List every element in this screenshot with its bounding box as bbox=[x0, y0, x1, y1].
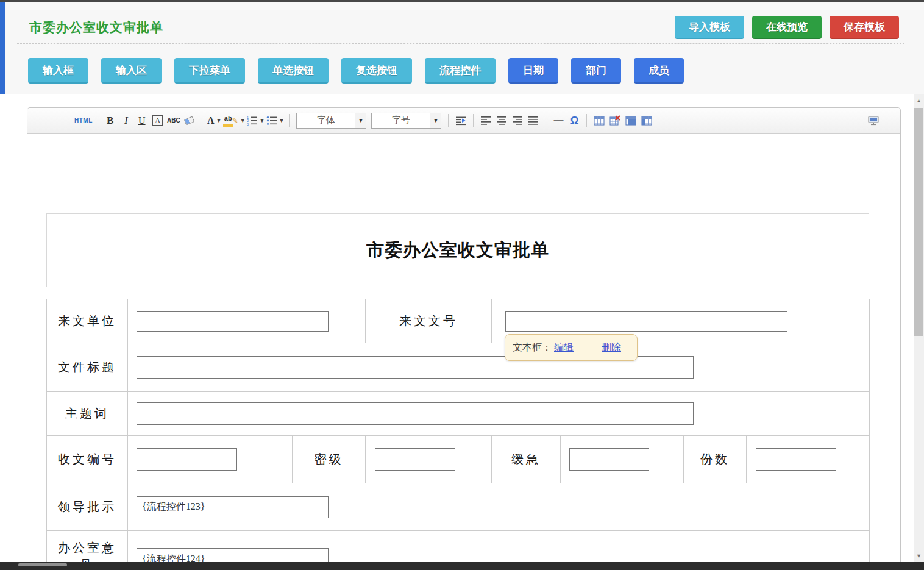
receipt-number-field[interactable] bbox=[137, 448, 237, 471]
label-secrecy: 密级 bbox=[293, 436, 366, 483]
rich-text-editor: HTML B I U A ABC A▼ ab✎▼ 1 2 3 ▼ bbox=[27, 107, 901, 570]
cell-properties-icon[interactable] bbox=[624, 113, 638, 129]
label-incoming-unit: 来文单位 bbox=[47, 299, 128, 343]
widget-tooltip: 文本框： 编辑 删除 bbox=[505, 334, 638, 361]
secrecy-field[interactable] bbox=[375, 448, 455, 471]
font-family-select[interactable]: 字体▼ bbox=[296, 113, 366, 129]
label-subject-words: 主题词 bbox=[47, 392, 128, 436]
page: 市委办公室收文审批单 导入模板 在线预览 保存模板 输入框 输入区 下拉菜单 单… bbox=[0, 0, 924, 570]
table-row: 来文单位 来文文号 bbox=[47, 299, 870, 343]
html-source-icon[interactable]: HTML bbox=[74, 113, 93, 129]
highlight-color-icon[interactable]: ab✎▼ bbox=[223, 113, 246, 129]
widget-department-button[interactable]: 部门 bbox=[571, 58, 621, 84]
online-preview-button[interactable]: 在线预览 bbox=[752, 16, 822, 39]
tooltip-label: 文本框： bbox=[513, 341, 552, 354]
widget-date-button[interactable]: 日期 bbox=[508, 58, 558, 84]
window-bottom-edge bbox=[0, 562, 924, 570]
chevron-down-icon: ▼ bbox=[430, 113, 441, 128]
strikethrough-icon[interactable]: ABC bbox=[166, 113, 181, 129]
table-row: 领导批示 bbox=[47, 483, 870, 531]
tooltip-delete-link[interactable]: 删除 bbox=[602, 341, 621, 354]
form-title: 市委办公室收文审批单 bbox=[366, 238, 549, 263]
ordered-list-icon[interactable]: 1 2 3 ▼ bbox=[247, 113, 265, 129]
leader-comments-field[interactable] bbox=[137, 496, 329, 518]
insert-table-icon[interactable] bbox=[592, 113, 606, 129]
toolbar-separator bbox=[202, 114, 202, 127]
justify-icon[interactable] bbox=[526, 113, 541, 129]
toolbar-separator bbox=[586, 114, 587, 127]
widget-toolbar: 输入框 输入区 下拉菜单 单选按钮 复选按钮 流程控件 日期 部门 成员 bbox=[28, 58, 684, 84]
editor-document[interactable]: 市委办公室收文审批单 来文单位 来文文号 文件标题 主 bbox=[27, 134, 900, 570]
bottom-bar-segment bbox=[18, 563, 67, 566]
copies-field[interactable] bbox=[756, 448, 836, 471]
bold-icon[interactable]: B bbox=[103, 113, 118, 129]
table-properties-icon[interactable] bbox=[639, 113, 654, 129]
toolbar-separator bbox=[98, 114, 98, 127]
incoming-number-field[interactable] bbox=[505, 311, 787, 332]
approval-form-table: 来文单位 来文文号 文件标题 主题词 收文编号 密级 bbox=[46, 299, 870, 570]
table-row: 文件标题 bbox=[47, 343, 870, 392]
italic-icon[interactable]: I bbox=[119, 113, 133, 129]
svg-text:3: 3 bbox=[247, 122, 249, 126]
toolbar-separator bbox=[546, 114, 546, 127]
unordered-list-icon[interactable]: ▼ bbox=[266, 113, 285, 129]
delete-table-icon[interactable] bbox=[608, 113, 622, 129]
vertical-scrollbar[interactable]: ▲ ▼ bbox=[914, 94, 924, 562]
scrollbar-thumb[interactable] bbox=[914, 108, 923, 336]
widget-member-button[interactable]: 成员 bbox=[634, 58, 684, 84]
text-color-icon[interactable]: A▼ bbox=[207, 113, 222, 129]
incoming-unit-field[interactable] bbox=[137, 311, 329, 332]
widget-dropdown-button[interactable]: 下拉菜单 bbox=[174, 58, 245, 84]
eraser-icon[interactable] bbox=[182, 113, 197, 129]
toolbar-separator bbox=[448, 114, 449, 127]
widget-radio-button[interactable]: 单选按钮 bbox=[258, 58, 329, 84]
underline-icon[interactable]: U bbox=[135, 113, 149, 129]
chevron-down-icon: ▼ bbox=[355, 113, 366, 128]
table-row: 主题词 bbox=[47, 392, 870, 436]
font-size-select[interactable]: 字号▼ bbox=[371, 113, 441, 129]
indent-icon[interactable] bbox=[453, 113, 468, 129]
save-template-button[interactable]: 保存模板 bbox=[830, 16, 899, 39]
template-actions: 导入模板 在线预览 保存模板 bbox=[675, 16, 899, 39]
widget-input-box-button[interactable]: 输入框 bbox=[28, 58, 88, 84]
scroll-up-icon[interactable]: ▲ bbox=[914, 96, 924, 105]
fullscreen-icon[interactable] bbox=[866, 113, 881, 129]
subject-words-field[interactable] bbox=[137, 402, 694, 425]
dashed-divider bbox=[17, 43, 904, 44]
toolbar-separator bbox=[289, 114, 290, 127]
scroll-down-icon[interactable]: ▼ bbox=[914, 551, 924, 561]
table-row: 收文编号 密级 缓急 份数 bbox=[47, 436, 870, 483]
tooltip-edit-link[interactable]: 编辑 bbox=[554, 341, 574, 354]
widget-flow-control-button[interactable]: 流程控件 bbox=[425, 58, 496, 84]
align-center-icon[interactable] bbox=[494, 113, 509, 129]
align-left-icon[interactable] bbox=[478, 113, 493, 129]
page-title: 市委办公室收文审批单 bbox=[29, 19, 163, 36]
label-urgency: 缓急 bbox=[492, 436, 561, 483]
align-right-icon[interactable] bbox=[510, 113, 525, 129]
label-incoming-number: 来文文号 bbox=[366, 299, 492, 343]
toolbar-separator bbox=[473, 114, 474, 127]
widget-checkbox-button[interactable]: 复选按钮 bbox=[341, 58, 412, 84]
background-page-strip bbox=[0, 2, 5, 94]
urgency-field[interactable] bbox=[569, 448, 649, 471]
label-leader-comments: 领导批示 bbox=[47, 483, 128, 531]
horizontal-rule-icon[interactable]: — bbox=[551, 113, 566, 129]
editor-toolbar: HTML B I U A ABC A▼ ab✎▼ 1 2 3 ▼ bbox=[27, 108, 900, 134]
form-title-block: 市委办公室收文审批单 bbox=[46, 213, 869, 287]
header-panel: 市委办公室收文审批单 导入模板 在线预览 保存模板 输入框 输入区 下拉菜单 单… bbox=[5, 2, 924, 94]
special-char-icon[interactable]: Ω bbox=[567, 113, 581, 129]
label-doc-title: 文件标题 bbox=[47, 343, 128, 392]
font-box-icon[interactable]: A bbox=[151, 113, 165, 129]
label-receipt-number: 收文编号 bbox=[47, 436, 128, 483]
label-copies: 份数 bbox=[684, 436, 747, 483]
import-template-button[interactable]: 导入模板 bbox=[675, 16, 744, 39]
widget-textarea-button[interactable]: 输入区 bbox=[101, 58, 162, 84]
